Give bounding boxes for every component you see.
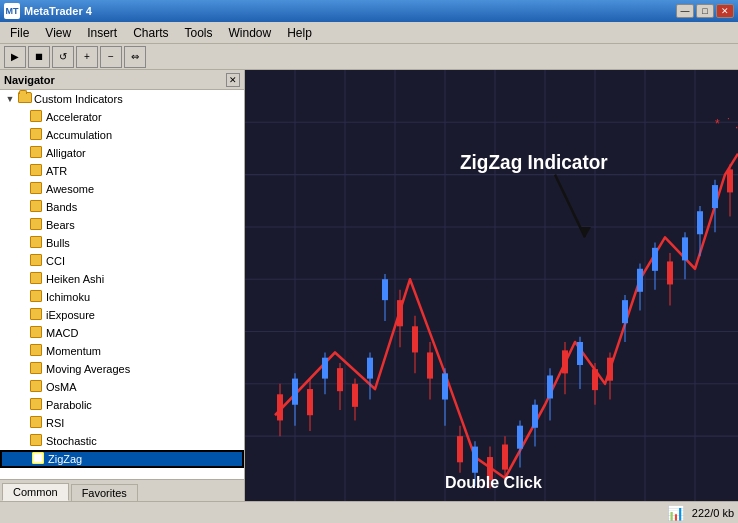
- chart-svg: * · · ZigZag Indicator Double Click: [245, 70, 738, 501]
- tree-item-heiken-ashi[interactable]: Heiken Ashi: [0, 270, 244, 288]
- menu-tools[interactable]: Tools: [177, 24, 221, 42]
- svg-text:*: *: [715, 116, 720, 130]
- navigator-close-button[interactable]: ✕: [226, 73, 240, 87]
- tree-item-ichimoku[interactable]: Ichimoku: [0, 288, 244, 306]
- tree-item-accelerator[interactable]: Accelerator: [0, 108, 244, 126]
- svg-rect-54: [547, 375, 553, 398]
- svg-rect-20: [292, 379, 298, 405]
- indicator-icon: [30, 146, 44, 160]
- menu-bar: File View Insert Charts Tools Window Hel…: [0, 22, 738, 44]
- status-right: 📊 222/0 kb: [667, 505, 734, 521]
- navigator-panel: Navigator ✕ ▼ Custom Indicators Accelera…: [0, 70, 245, 501]
- indicator-icon: [30, 326, 44, 340]
- tree-root-custom-indicators[interactable]: ▼ Custom Indicators: [0, 90, 244, 108]
- indicator-icon: [30, 308, 44, 322]
- item-label-cci: CCI: [46, 255, 65, 267]
- tree-item-momentum[interactable]: Momentum: [0, 342, 244, 360]
- navigator-tree[interactable]: ▼ Custom Indicators Accelerator Accumula…: [0, 90, 244, 479]
- toolbar-btn-6[interactable]: ⇔: [124, 46, 146, 68]
- tree-item-rsi[interactable]: RSI: [0, 414, 244, 432]
- svg-rect-26: [337, 368, 343, 391]
- indicator-icon: [30, 416, 44, 430]
- item-label-parabolic: Parabolic: [46, 399, 92, 411]
- svg-rect-76: [712, 185, 718, 208]
- tab-common[interactable]: Common: [2, 483, 69, 501]
- item-label-iexposure: iExposure: [46, 309, 95, 321]
- tree-item-awesome[interactable]: Awesome: [0, 180, 244, 198]
- item-label-osma: OsMA: [46, 381, 77, 393]
- toolbar-btn-4[interactable]: +: [76, 46, 98, 68]
- tree-item-macd[interactable]: MACD: [0, 324, 244, 342]
- svg-rect-50: [517, 426, 523, 449]
- tree-item-bulls[interactable]: Bulls: [0, 234, 244, 252]
- indicator-icon: [30, 182, 44, 196]
- chart-icon: 📊: [667, 505, 684, 521]
- title-bar: MT MetaTrader 4 — □ ✕: [0, 0, 738, 22]
- toolbar-btn-3[interactable]: ↺: [52, 46, 74, 68]
- toolbar-btn-1[interactable]: ▶: [4, 46, 26, 68]
- tree-item-bands[interactable]: Bands: [0, 198, 244, 216]
- svg-rect-34: [397, 300, 403, 326]
- tree-item-iexposure[interactable]: iExposure: [0, 306, 244, 324]
- tree-item-osma[interactable]: OsMA: [0, 378, 244, 396]
- app-icon: MT: [4, 3, 20, 19]
- navigator-title: Navigator: [4, 74, 55, 86]
- svg-rect-44: [472, 447, 478, 473]
- svg-rect-32: [382, 279, 388, 300]
- indicator-icon: [30, 344, 44, 358]
- svg-rect-38: [427, 352, 433, 378]
- tree-item-atr[interactable]: ATR: [0, 162, 244, 180]
- svg-text:Double Click: Double Click: [445, 473, 543, 491]
- menu-window[interactable]: Window: [221, 24, 280, 42]
- svg-rect-60: [592, 369, 598, 390]
- menu-file[interactable]: File: [2, 24, 37, 42]
- close-button[interactable]: ✕: [716, 4, 734, 18]
- tree-item-accumulation[interactable]: Accumulation: [0, 126, 244, 144]
- minimize-button[interactable]: —: [676, 4, 694, 18]
- tree-item-parabolic[interactable]: Parabolic: [0, 396, 244, 414]
- tree-item-zigzag[interactable]: ZigZag: [0, 450, 244, 468]
- item-label-bears: Bears: [46, 219, 75, 231]
- status-bar: 📊 222/0 kb: [0, 501, 738, 523]
- tree-item-stochastic[interactable]: Stochastic: [0, 432, 244, 450]
- svg-rect-62: [607, 358, 613, 381]
- svg-rect-68: [652, 248, 658, 271]
- indicator-icon: [32, 452, 46, 466]
- svg-rect-40: [442, 373, 448, 399]
- item-label-accumulation: Accumulation: [46, 129, 112, 141]
- tree-item-cci[interactable]: CCI: [0, 252, 244, 270]
- svg-rect-74: [697, 211, 703, 234]
- app-title: MetaTrader 4: [24, 5, 92, 17]
- svg-rect-58: [577, 342, 583, 365]
- svg-rect-42: [457, 436, 463, 462]
- custom-indicators-label: Custom Indicators: [34, 93, 123, 105]
- svg-rect-18: [277, 394, 283, 420]
- spacer: [16, 111, 28, 123]
- navigator-header: Navigator ✕: [0, 70, 244, 90]
- menu-insert[interactable]: Insert: [79, 24, 125, 42]
- item-label-awesome: Awesome: [46, 183, 94, 195]
- item-label-bulls: Bulls: [46, 237, 70, 249]
- indicator-icon: [30, 290, 44, 304]
- menu-help[interactable]: Help: [279, 24, 320, 42]
- svg-rect-28: [352, 384, 358, 407]
- indicator-icon: [30, 200, 44, 214]
- menu-charts[interactable]: Charts: [125, 24, 176, 42]
- item-label-heiken-ashi: Heiken Ashi: [46, 273, 104, 285]
- expand-icon: ▼: [4, 93, 16, 105]
- indicator-icon: [30, 236, 44, 250]
- toolbar-btn-2[interactable]: ⏹: [28, 46, 50, 68]
- indicator-icon: [30, 128, 44, 142]
- maximize-button[interactable]: □: [696, 4, 714, 18]
- menu-view[interactable]: View: [37, 24, 79, 42]
- toolbar-btn-5[interactable]: −: [100, 46, 122, 68]
- item-label-stochastic: Stochastic: [46, 435, 97, 447]
- item-label-macd: MACD: [46, 327, 78, 339]
- tab-favorites[interactable]: Favorites: [71, 484, 138, 501]
- item-label-bands: Bands: [46, 201, 77, 213]
- item-label-atr: ATR: [46, 165, 67, 177]
- tree-item-alligator[interactable]: Alligator: [0, 144, 244, 162]
- tree-item-bears[interactable]: Bears: [0, 216, 244, 234]
- tree-item-moving-averages[interactable]: Moving Averages: [0, 360, 244, 378]
- svg-rect-78: [727, 169, 733, 192]
